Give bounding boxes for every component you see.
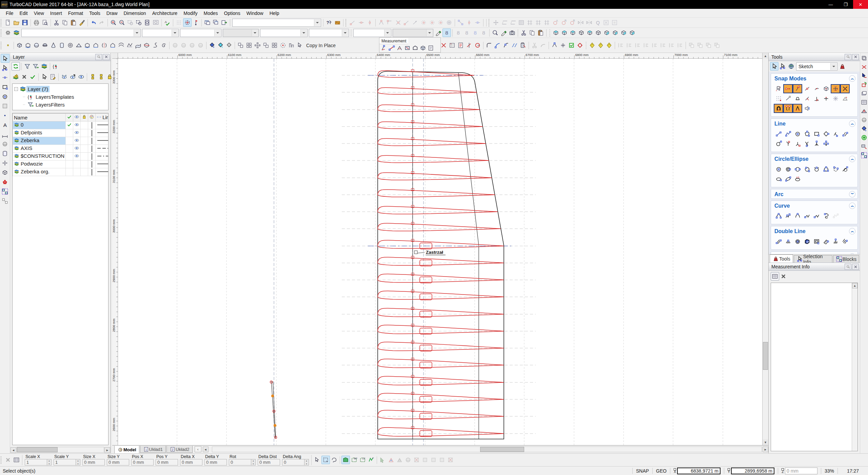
zoom-out-icon[interactable] (118, 18, 126, 27)
maximize-button[interactable]: ❐ (838, 0, 853, 9)
select-mode-8-icon[interactable]: 8 (442, 28, 451, 37)
field-input[interactable] (156, 459, 178, 466)
field-input[interactable] (258, 459, 280, 466)
3d-prism-icon[interactable] (83, 41, 92, 50)
undo-icon[interactable] (89, 18, 98, 27)
measure-coordinate-icon[interactable] (380, 44, 388, 52)
3d-loft-icon[interactable] (117, 41, 125, 50)
select-fence-icon[interactable]: F (367, 456, 375, 464)
layout-tab-model[interactable]: Model (114, 446, 139, 454)
print-preview-icon[interactable] (41, 18, 49, 27)
chevron-down-icon[interactable] (314, 19, 320, 26)
tool-select-icon[interactable] (1, 54, 9, 63)
snap-aperture-icon[interactable] (192, 18, 200, 27)
circle-2-point-icon[interactable] (793, 165, 802, 174)
rt-layers-icon[interactable] (861, 89, 868, 97)
line-rotated-rectangle-icon[interactable] (821, 129, 831, 138)
tool-sphere-icon[interactable] (1, 139, 9, 148)
layer-refresh-icon[interactable] (12, 62, 20, 71)
3d-surface-icon[interactable] (134, 41, 142, 50)
layer-linestyle-cell[interactable] (96, 160, 108, 168)
line-tangent-2-arcs-icon[interactable] (793, 139, 802, 148)
layer-row[interactable]: Zeberka org. (13, 168, 109, 176)
toolbar-drag-handle[interactable] (1, 29, 2, 37)
snap-indicator[interactable]: SNAP (632, 468, 652, 474)
rt-green-star-icon[interactable] (861, 133, 868, 141)
3d-box-icon[interactable] (15, 41, 24, 50)
menu-modify[interactable]: Modify (180, 10, 200, 17)
layer-lock-cell[interactable] (81, 160, 88, 168)
open-file-icon[interactable] (12, 18, 21, 27)
tool-text-icon[interactable]: A (1, 120, 9, 129)
double-line-icon[interactable] (774, 237, 783, 246)
snap-none-icon[interactable]: YX (774, 84, 783, 93)
field-spinner[interactable]: ▲▼ (76, 459, 80, 466)
layer-lock-cell[interactable] (81, 168, 88, 176)
rt-group-box-icon[interactable] (861, 151, 868, 159)
qm-tool-2-icon[interactable] (596, 41, 605, 50)
workplane-top-icon[interactable] (552, 28, 560, 37)
menu-file[interactable]: File (3, 10, 17, 17)
layer-templates-icon[interactable]: { } (52, 62, 60, 71)
snap-aperture-angle-icon[interactable] (793, 104, 802, 113)
layer-color-cell[interactable] (88, 129, 96, 137)
print-icon[interactable] (32, 18, 41, 27)
format-painter-icon[interactable] (78, 18, 86, 27)
layer-name[interactable]: $CONSTRUCTION (13, 153, 66, 160)
layer-visible-cell[interactable] (73, 145, 81, 153)
pin-icon[interactable] (95, 54, 102, 60)
layer-visible-cell[interactable] (73, 137, 81, 145)
canvas-vscrollbar[interactable]: ▲ ▼ (762, 53, 768, 445)
layout-tab-układ1[interactable]: 1Układ1 (140, 446, 166, 453)
circle-concentric-icon[interactable] (783, 165, 793, 174)
canvas-hscrollbar[interactable] (212, 446, 762, 452)
double-perpendicular-icon[interactable] (831, 237, 840, 246)
3d-extrude-icon[interactable] (92, 41, 100, 50)
circle-tangent-line-icon[interactable] (840, 165, 850, 174)
chevron-down-icon[interactable] (426, 30, 433, 36)
layer-new-icon[interactable] (12, 73, 20, 81)
canvas-scroll-left[interactable]: ◄ (203, 446, 209, 452)
measure-axis-icon[interactable] (465, 41, 473, 50)
layer-active-cell[interactable] (66, 137, 73, 145)
layer-show-all-icon[interactable] (60, 73, 68, 81)
circle-center-radius-icon[interactable] (774, 165, 783, 174)
zoom-page-icon[interactable] (143, 18, 152, 27)
circle-3-point-icon[interactable] (802, 165, 812, 174)
color-combo[interactable] (142, 29, 179, 37)
zoom-in-icon[interactable] (109, 18, 118, 27)
collapse-chevron-icon[interactable]: ︽ (849, 120, 855, 127)
tool-group-icon[interactable] (1, 187, 9, 196)
snap-show-aperture-icon[interactable] (802, 104, 812, 113)
spell-check-icon[interactable]: A (163, 18, 172, 27)
select-cp-icon[interactable]: CP (358, 456, 367, 464)
section-title[interactable]: Circle/Ellipse︽ (771, 154, 857, 163)
3d-wedge-icon[interactable] (75, 41, 83, 50)
snap-magnetic-icon[interactable] (774, 104, 783, 113)
layer-lock-cell[interactable] (81, 153, 88, 160)
3d-cone-icon[interactable] (49, 41, 58, 50)
curve-closed-icon[interactable] (821, 211, 831, 221)
layer-name[interactable]: Podwozie (13, 160, 66, 168)
collapse-chevron-icon[interactable]: ︽ (849, 75, 855, 82)
facet-blue-icon[interactable] (208, 41, 216, 50)
tp-node-select-icon[interactable] (778, 62, 787, 71)
curve-blend-icon[interactable] (510, 41, 519, 50)
field-input[interactable] (25, 459, 47, 466)
3d-hemisphere-icon[interactable] (41, 41, 49, 50)
snap-centroid-icon[interactable] (821, 84, 831, 93)
copy-array-icon[interactable] (245, 41, 253, 50)
field-spinner[interactable]: ▲▼ (304, 459, 309, 466)
tool-dimension-icon[interactable] (1, 130, 9, 139)
coord-y-value[interactable]: 2899,6958 m (731, 468, 774, 474)
canvas-scroll-up[interactable]: ▲ (763, 53, 768, 59)
layer-visible-cell[interactable] (73, 160, 81, 168)
section-title[interactable]: Double Line︽ (771, 226, 857, 235)
layer-col-linestyle[interactable]: Line St.. (96, 114, 108, 121)
layer-color-cell[interactable] (88, 121, 96, 129)
layer-visible-cell[interactable] (73, 168, 81, 176)
layer-linestyle-cell[interactable] (96, 121, 108, 129)
pattern-combo[interactable] (260, 29, 308, 37)
snap-perpendicular-icon[interactable] (812, 94, 821, 103)
rt-box-green-red-icon[interactable] (861, 80, 868, 89)
